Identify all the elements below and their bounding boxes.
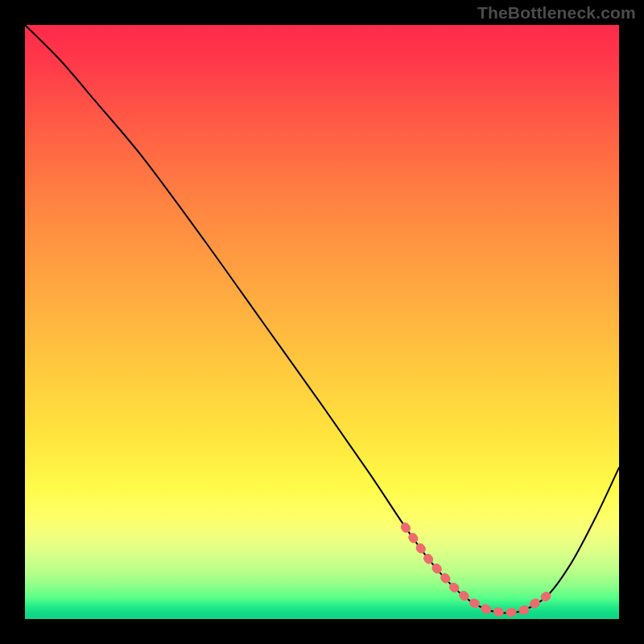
plot-area: [25, 25, 619, 619]
chart-frame: TheBottleneck.com: [0, 0, 644, 644]
chart-svg: [25, 25, 619, 619]
optimal-zone-markers: [405, 527, 547, 613]
watermark-label: TheBottleneck.com: [477, 3, 636, 23]
bottleneck-curve: [25, 25, 619, 613]
